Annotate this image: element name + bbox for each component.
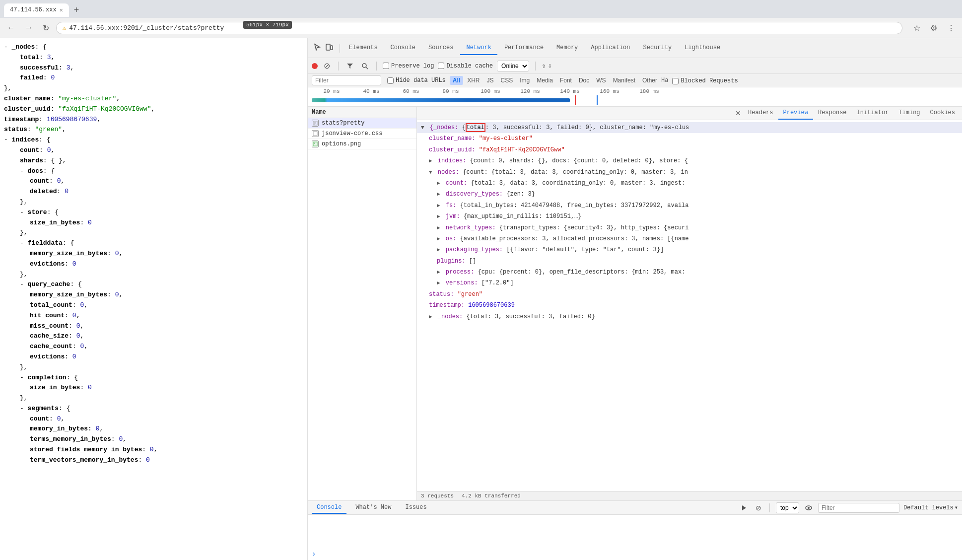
tl-60ms: 60 ms (391, 88, 431, 94)
transfer-size: 4.2 kB transferred (462, 493, 521, 499)
filter-font[interactable]: Font (557, 76, 575, 85)
expand-os[interactable]: ▶ (437, 236, 440, 242)
expand-nodes[interactable]: ▼ (429, 169, 432, 175)
expand-root[interactable]: ▼ (421, 125, 424, 131)
console-tab-issues[interactable]: Issues (400, 502, 431, 514)
filter-input[interactable] (312, 75, 381, 85)
console-filter-input[interactable] (818, 503, 899, 513)
file-icon (313, 121, 318, 126)
expand-jvm[interactable]: ▶ (437, 213, 440, 219)
console-tab-whatsnew[interactable]: What's New (350, 502, 396, 514)
bookmark-btn[interactable]: ☆ (910, 22, 923, 34)
filter-manifest[interactable]: Manifest (610, 76, 638, 85)
tab-lighthouse[interactable]: Lighthouse (679, 41, 726, 55)
toolbar-sep3 (535, 62, 536, 70)
console-tab-console[interactable]: Console (312, 502, 346, 514)
preserve-log-label[interactable]: Preserve log (383, 63, 434, 70)
json-line: failed: 0 (0, 73, 307, 83)
hide-data-urls-label[interactable]: Hide data URLs (387, 77, 446, 84)
blocked-requests-label[interactable]: Blocked Requests (672, 77, 738, 84)
network-toolbar: ⊘ Preserve log Disable cache (308, 58, 962, 74)
expand-count[interactable]: ▶ (437, 180, 440, 186)
filter-js[interactable]: JS (484, 76, 497, 85)
tab-sources[interactable]: Sources (422, 41, 459, 55)
reload-btn[interactable]: ↻ (40, 22, 52, 34)
cursor-icon-btn[interactable] (312, 42, 323, 54)
expand-nodes-2[interactable]: ▶ (429, 314, 432, 320)
tab-security[interactable]: Security (637, 41, 678, 55)
console-clear-btn[interactable]: ⊘ (754, 503, 763, 513)
preview-timestamp: timestamp: 1605698670639 (417, 300, 962, 311)
download-icon[interactable]: ⇩ (548, 62, 551, 70)
tab-close[interactable]: ✕ (60, 6, 63, 14)
play-icon (741, 504, 748, 511)
record-button[interactable] (312, 63, 318, 69)
json-line: - store: { (0, 208, 307, 218)
tab-application[interactable]: Application (585, 41, 636, 55)
filter-ws[interactable]: WS (593, 76, 609, 85)
context-selector[interactable]: top (776, 502, 799, 513)
console-run-btn[interactable] (739, 503, 750, 512)
svg-rect-0 (326, 44, 330, 50)
toolbar-separator (340, 44, 340, 53)
menu-btn[interactable]: ⋮ (944, 22, 958, 34)
tab-headers[interactable]: Headers (743, 107, 778, 120)
preserve-log-checkbox[interactable] (383, 63, 389, 69)
blocked-requests-checkbox[interactable] (672, 78, 679, 84)
tab-elements[interactable]: Elements (343, 41, 384, 55)
filter-icon-btn[interactable] (344, 62, 355, 70)
timeline-labels: 20 ms 40 ms 60 ms 80 ms 100 ms 120 ms 14… (312, 88, 958, 94)
filter-other[interactable]: Other (639, 76, 660, 85)
filter-img[interactable]: Img (517, 76, 533, 85)
expand-process[interactable]: ▶ (437, 269, 440, 275)
stop-btn[interactable]: ⊘ (322, 60, 332, 71)
tab-network[interactable]: Network (460, 41, 497, 55)
svg-rect-8 (313, 132, 317, 136)
console-eye-btn[interactable] (803, 504, 814, 511)
tl-160ms: 160 ms (590, 88, 629, 94)
device-icon-btn[interactable] (324, 42, 335, 54)
search-icon-btn[interactable] (359, 62, 370, 70)
expand-packaging[interactable]: ▶ (437, 247, 440, 253)
request-item-png[interactable]: options.png (308, 139, 416, 149)
upload-icon[interactable]: ⇧ (542, 62, 546, 70)
tab-performance[interactable]: Performance (498, 41, 550, 55)
new-tab-btn[interactable]: + (71, 4, 82, 16)
json-line: cache_count: 0, (0, 342, 307, 352)
tl-40ms: 40 ms (351, 88, 391, 94)
hide-data-urls-checkbox[interactable] (387, 77, 394, 84)
filter-xhr[interactable]: XHR (464, 76, 482, 85)
request-item-css[interactable]: jsonview-core.css (308, 129, 416, 139)
tab-preview[interactable]: Preview (778, 107, 813, 120)
default-levels[interactable]: Default levels ▾ (903, 504, 958, 511)
extensions-btn[interactable]: ⚙ (927, 22, 940, 34)
preview-plugins: plugins: [] (417, 256, 962, 267)
disable-cache-label[interactable]: Disable cache (438, 63, 493, 70)
tab-console[interactable]: Console (385, 41, 421, 55)
address-bar: ← → ↻ ⚠ 47.114.56.xxx:9201/_cluster/stat… (0, 18, 962, 38)
tab-timing[interactable]: Timing (893, 107, 925, 120)
filter-media[interactable]: Media (534, 76, 556, 85)
expand-indices[interactable]: ▶ (429, 158, 432, 164)
expand-network-types[interactable]: ▶ (437, 225, 440, 231)
network-list: Name stats?pretty (308, 107, 962, 500)
browser-tab[interactable]: 47.114.56.xxx ✕ (4, 3, 69, 17)
back-btn[interactable]: ← (4, 22, 18, 33)
forward-btn[interactable]: → (22, 22, 36, 33)
disable-cache-checkbox[interactable] (438, 63, 444, 69)
json-line: successful: 3, (0, 63, 307, 73)
filter-all[interactable]: All (450, 76, 463, 85)
tab-response[interactable]: Response (813, 107, 852, 120)
filter-doc[interactable]: Doc (576, 76, 592, 85)
url-box[interactable]: ⚠ 47.114.56.xxx:9201/_cluster/stats?pret… (56, 22, 902, 34)
detail-close-btn[interactable]: ✕ (733, 107, 743, 119)
expand-discovery[interactable]: ▶ (437, 191, 440, 197)
tab-cookies[interactable]: Cookies (925, 107, 960, 120)
tab-memory[interactable]: Memory (550, 41, 584, 55)
tab-initiator[interactable]: Initiator (852, 107, 894, 120)
expand-fs[interactable]: ▶ (437, 203, 440, 209)
filter-css[interactable]: CSS (498, 76, 516, 85)
expand-versions[interactable]: ▶ (437, 280, 440, 286)
request-item-stats[interactable]: stats?pretty (308, 118, 416, 129)
throttle-selector[interactable]: Online (497, 61, 529, 71)
